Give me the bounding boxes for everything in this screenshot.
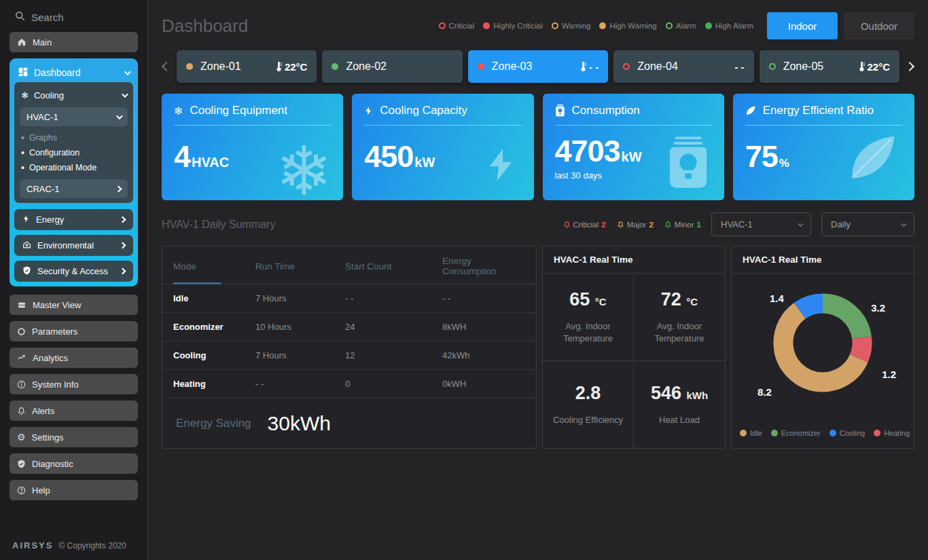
sidebar-item-environmental[interactable]: Environmental <box>14 235 133 256</box>
status-dot-filled <box>599 22 606 29</box>
brand-logo: AIRSYS <box>12 540 53 550</box>
zone-status-dot <box>769 63 776 70</box>
chevron-down-icon <box>798 221 803 226</box>
legend-dot <box>874 430 880 436</box>
sidebar-item-crac1[interactable]: CRAC-1 <box>20 179 128 198</box>
indoor-button[interactable]: Indoor <box>767 12 838 39</box>
sidebar-item-system-info[interactable]: System Info <box>10 374 138 394</box>
summary-header: HVAV-1 Daily Summary Criticial 2 Major 2… <box>162 212 914 236</box>
sidebar: Main Dashboard ❄ Cooling HVAC-1 • Graphs <box>0 0 148 560</box>
donut-chart-area: 1.4 3.2 1.2 8.2 <box>732 274 914 425</box>
stat-card-value: 75 <box>745 139 778 174</box>
sidebar-item-label: Configuration <box>29 148 79 157</box>
home-icon <box>17 37 26 47</box>
stat-card-energy-efficient-ratio: Energy Efficient Ratio 75 % <box>733 94 914 200</box>
sidebar-item-label: System Info <box>32 379 79 390</box>
sidebar-item-label: Help <box>32 485 50 496</box>
metric-heat-load: 546 kWh Heat Load <box>634 361 725 449</box>
thermometer-icon <box>579 61 587 72</box>
chevron-right-icon <box>120 217 126 223</box>
status-dot-filled <box>705 22 712 29</box>
sidebar-item-graphs[interactable]: • Graphs <box>20 130 128 145</box>
sidebar-item-security[interactable]: Security & Access <box>14 261 133 282</box>
chevron-down-icon <box>116 113 123 119</box>
zone-card-05[interactable]: Zone-05 22°C <box>760 50 899 83</box>
legend-heating: Heating <box>874 429 910 437</box>
status-dot-outline <box>439 22 446 29</box>
alarm-badges: Criticial 2 Major 2 Minor 1 <box>563 221 701 229</box>
donut-value-label: 1.2 <box>882 369 896 380</box>
parameters-icon <box>17 327 26 336</box>
sidebar-item-cooling[interactable]: ❄ Cooling <box>20 87 128 103</box>
stat-card-title: Cooling Equipment <box>190 104 287 117</box>
column-start-count[interactable]: Start Count <box>334 246 431 284</box>
status-legend: Criticial Highly Criticial Warning High … <box>439 22 754 30</box>
donut-value-label: 1.4 <box>770 293 784 304</box>
stat-card-value: 4703 <box>555 134 620 169</box>
tab-mode[interactable]: Mode <box>162 246 245 284</box>
mode-summary-table: Mode Run Time Start Count Energy Consump… <box>162 246 536 398</box>
stat-card-cooling-capacity: Cooling Capacity 450 kW <box>352 94 533 200</box>
bullet-icon: • <box>21 134 24 141</box>
column-run-time[interactable]: Run Time <box>245 246 334 284</box>
sidebar-item-alerts[interactable]: Alerts <box>10 400 138 421</box>
status-dot-outline <box>666 22 673 29</box>
carousel-right-arrow[interactable] <box>905 63 914 70</box>
sidebar-item-analytics[interactable]: Analytics <box>10 348 138 368</box>
column-energy-consumption[interactable]: Energy Consumption <box>431 246 536 284</box>
period-select-value: Daily <box>831 219 851 229</box>
device-select[interactable]: HVAC-1 <box>711 212 811 236</box>
sidebar-item-configuration[interactable]: • Configuration <box>20 145 128 160</box>
sidebar-item-settings[interactable]: ⚙ Settings <box>10 427 138 447</box>
sidebar-item-help[interactable]: Help <box>10 480 138 500</box>
zone-card-03[interactable]: Zone-03 - - <box>468 50 608 83</box>
stat-cards: ❄ Cooling Equipment 4 HVAC ❄ Cooling Cap… <box>162 94 914 200</box>
zone-card-04[interactable]: Zone-04 - - <box>613 50 753 83</box>
metric-avg-indoor-temp-2: 72 °C Avg. Indoor Temperature <box>634 274 725 361</box>
badge-major: Major 2 <box>617 221 654 229</box>
bell-icon <box>664 221 672 229</box>
zone-card-01[interactable]: Zone-01 22°C <box>177 50 317 83</box>
sidebar-item-label: Master View <box>33 300 81 310</box>
outdoor-button[interactable]: Outdoor <box>844 12 914 39</box>
legend-criticial: Criticial <box>439 22 475 30</box>
status-dot-outline <box>552 22 558 29</box>
bullet-icon: • <box>21 164 24 171</box>
sidebar-item-label: Cooling <box>34 90 64 100</box>
search-bar <box>10 7 138 32</box>
sidebar-item-label: Alerts <box>32 406 54 416</box>
bullet-icon: • <box>21 149 24 156</box>
sidebar-item-master-view[interactable]: Master View <box>10 295 138 315</box>
sidebar-item-label: HVAC-1 <box>26 112 58 122</box>
sidebar-item-energy[interactable]: Energy <box>14 209 133 230</box>
sidebar-item-main[interactable]: Main <box>10 32 138 52</box>
legend-cooling: Cooling <box>829 429 865 437</box>
snowflake-icon: ❄ <box>21 90 29 100</box>
sidebar-item-dashboard[interactable]: Dashboard <box>14 63 133 82</box>
stat-card-unit: kW <box>414 155 435 170</box>
zone-carousel: Zone-01 22°C Zone-02 Zone-03 - - Zone-04… <box>162 50 914 83</box>
leaf-icon <box>745 105 756 116</box>
stat-card-title: Cooling Capacity <box>380 104 467 117</box>
stat-card-subtitle: last 30 days <box>555 170 712 181</box>
zone-temp-value: - - <box>589 61 599 73</box>
sidebar-item-operational-mode[interactable]: • Operational Mode <box>20 160 128 175</box>
eco-home-icon <box>22 240 31 251</box>
sidebar-item-diagnostic[interactable]: Diagnostic <box>10 453 138 474</box>
carousel-left-arrow[interactable] <box>162 63 171 70</box>
thermometer-icon <box>275 61 283 72</box>
period-select[interactable]: Daily <box>821 212 914 236</box>
sidebar-item-label: Security & Access <box>37 266 108 276</box>
zone-status-dot <box>332 63 338 70</box>
sidebar-item-hvac1[interactable]: HVAC-1 <box>20 107 128 126</box>
sidebar-item-label: Analytics <box>33 353 68 363</box>
search-input[interactable] <box>31 12 120 23</box>
chevron-right-icon <box>115 185 122 192</box>
chart-legend: Idle Economizer Cooling Heating <box>732 425 914 448</box>
shield-check-icon <box>17 460 26 468</box>
legend-highly-criticial: Highly Criticial <box>483 22 543 30</box>
donut-value-label: 3.2 <box>871 302 885 314</box>
zone-card-02[interactable]: Zone-02 <box>322 50 462 83</box>
cooling-section: ❄ Cooling HVAC-1 • Graphs • Configuratio… <box>14 82 133 203</box>
sidebar-item-parameters[interactable]: Parameters <box>10 321 138 341</box>
